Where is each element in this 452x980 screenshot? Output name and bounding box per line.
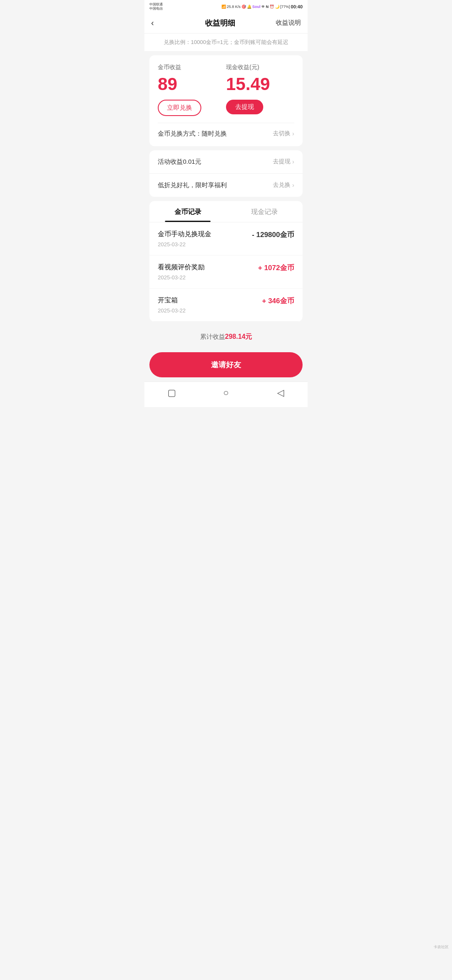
tx-date: 2025-03-22: [158, 307, 186, 314]
tx-left: 金币手动兑换现金 2025-03-22: [158, 230, 211, 248]
tabs-header: 金币记录 现金记录: [149, 201, 303, 222]
bottom-nav: ▢ ○ ◁: [144, 382, 308, 407]
transaction-row: 看视频评价奖励 2025-03-22 + 1072金币: [149, 255, 303, 289]
discount-row: 低折兑好礼，限时享福利 去兑换 ›: [149, 173, 303, 197]
square-nav-icon[interactable]: ▢: [166, 387, 177, 399]
status-bar: 中国联通 中国电信 📶 25.8 K/s 🎯 🔔 Soul 👁 N ⏰ 🌙 [7…: [144, 0, 308, 13]
divider: [158, 123, 294, 123]
records-card: 金币记录 现金记录 金币手动兑换现金 2025-03-22 - 129800金币…: [149, 201, 303, 322]
invite-button[interactable]: 邀请好友: [149, 352, 303, 377]
tx-title: 看视频评价奖励: [158, 263, 205, 272]
app-icon2: 🔔: [247, 5, 252, 9]
chevron-icon: ›: [292, 158, 294, 165]
nav-right-button[interactable]: 收益说明: [276, 19, 301, 27]
tx-amount: + 346金币: [262, 296, 294, 306]
back-button[interactable]: ‹: [151, 18, 164, 28]
wifi-speed: 25.8 K/s: [227, 5, 241, 9]
coin-earnings-value: 89: [158, 75, 226, 94]
exchange-method-label: 金币兑换方式：随时兑换: [158, 130, 227, 138]
tx-date: 2025-03-22: [158, 274, 205, 281]
nav-bar: ‹ 收益明细 收益说明: [144, 13, 308, 34]
nfc-icon: N: [266, 5, 269, 9]
total-amount: 298.14元: [225, 333, 252, 340]
total-prefix: 累计收益: [200, 333, 225, 340]
discount-label: 低折兑好礼，限时享福利: [158, 181, 227, 189]
notice-bar: 兑换比例：10000金币=1元；金币到账可能会有延迟: [144, 34, 308, 51]
carrier-info: 中国联通 中国电信: [149, 3, 163, 11]
tx-amount: - 129800金币: [252, 230, 294, 240]
activity-row: 活动收益0.01元 去提现 ›: [149, 150, 303, 173]
coin-earnings-label: 金币收益: [158, 64, 226, 71]
carrier1: 中国联通: [149, 3, 163, 7]
cash-earnings-label: 现金收益(元): [226, 64, 294, 71]
chevron-icon2: ›: [292, 182, 294, 188]
tx-title: 金币手动兑换现金: [158, 230, 211, 239]
coin-earnings-col: 金币收益 89 立即兑换: [158, 64, 226, 116]
activity-card: 活动收益0.01元 去提现 › 低折兑好礼，限时享福利 去兑换 ›: [149, 150, 303, 197]
status-icons: 📶 25.8 K/s 🎯 🔔 Soul 👁 N ⏰ 🌙 [77%] 00:40: [221, 4, 303, 9]
cash-earnings-col: 现金收益(元) 15.49 去提现: [226, 64, 294, 116]
time: 00:40: [291, 4, 303, 9]
chevron-icon: ›: [292, 130, 294, 137]
earnings-grid: 金币收益 89 立即兑换 现金收益(元) 15.49 去提现: [158, 64, 294, 116]
notice-text: 兑换比例：10000金币=1元；金币到账可能会有延迟: [164, 39, 288, 45]
tx-left: 开宝箱 2025-03-22: [158, 296, 186, 314]
home-nav-icon[interactable]: ○: [220, 387, 232, 399]
tx-left: 看视频评价奖励 2025-03-22: [158, 263, 205, 281]
withdraw-button[interactable]: 去提现: [226, 100, 263, 114]
tab-cash-records[interactable]: 现金记录: [226, 201, 303, 222]
transaction-row: 金币手动兑换现金 2025-03-22 - 129800金币: [149, 222, 303, 255]
tab-coin-records[interactable]: 金币记录: [149, 201, 226, 222]
page-title: 收益明细: [205, 18, 235, 28]
eye-icon: 👁: [261, 5, 265, 9]
battery-icon: [77%]: [280, 5, 290, 9]
tx-amount: + 1072金币: [258, 263, 294, 273]
moon-icon: 🌙: [275, 5, 280, 9]
carrier2: 中国电信: [149, 7, 163, 11]
signal-icon: 📶: [221, 5, 226, 9]
exchange-method-row: 金币兑换方式：随时兑换 去切换 ›: [158, 130, 294, 138]
transaction-row: 开宝箱 2025-03-22 + 346金币: [149, 289, 303, 322]
back-nav-icon[interactable]: ◁: [275, 387, 286, 399]
exchange-method-action[interactable]: 去切换 ›: [273, 130, 294, 137]
exchange-button[interactable]: 立即兑换: [158, 100, 201, 116]
tx-date: 2025-03-22: [158, 241, 211, 248]
cash-earnings-value: 15.49: [226, 75, 294, 94]
soul-icon: Soul: [252, 5, 261, 9]
total-bar: 累计收益298.14元: [144, 326, 308, 348]
app-icon1: 🎯: [241, 5, 246, 9]
discount-action[interactable]: 去兑换 ›: [273, 181, 294, 189]
alarm-icon: ⏰: [270, 5, 274, 9]
tx-title: 开宝箱: [158, 296, 186, 305]
activity-label: 活动收益0.01元: [158, 158, 201, 166]
earnings-card: 金币收益 89 立即兑换 现金收益(元) 15.49 去提现 金币兑换方式：随时…: [149, 55, 303, 146]
activity-action[interactable]: 去提现 ›: [273, 158, 294, 165]
